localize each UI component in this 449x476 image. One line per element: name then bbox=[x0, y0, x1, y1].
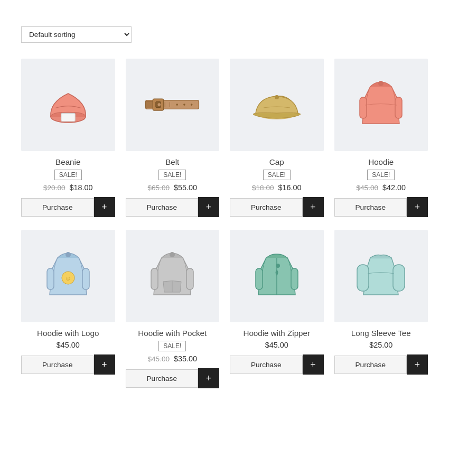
svg-rect-23 bbox=[151, 268, 158, 290]
sale-badge: SALE! bbox=[367, 170, 395, 180]
product-name: Belt bbox=[165, 157, 179, 166]
price-single: $25.00 bbox=[369, 341, 392, 349]
svg-point-29 bbox=[276, 264, 280, 268]
product-image: ☺ bbox=[21, 230, 115, 322]
add-to-cart-button[interactable]: + bbox=[407, 354, 428, 375]
price-current: $16.00 bbox=[278, 183, 302, 192]
toolbar: Default sorting Sort by popularity Sort … bbox=[21, 26, 428, 43]
purchase-button[interactable]: Purchase bbox=[334, 198, 407, 217]
product-image bbox=[334, 59, 428, 151]
product-name: Hoodie bbox=[368, 157, 394, 166]
svg-point-14 bbox=[378, 81, 383, 86]
price-current: $35.00 bbox=[174, 354, 197, 363]
product-card-hoodie: Hoodie SALE! $45.00 $42.00 Purchase + bbox=[334, 59, 428, 217]
product-actions: Purchase + bbox=[230, 197, 324, 217]
svg-rect-30 bbox=[357, 265, 369, 291]
product-card-long-sleeve: Long Sleeve Tee $25.00 Purchase + bbox=[334, 230, 428, 388]
sale-badge: SALE! bbox=[54, 170, 82, 180]
product-actions: Purchase + bbox=[126, 368, 220, 388]
svg-point-22 bbox=[170, 252, 175, 257]
product-name: Hoodie with Zipper bbox=[243, 329, 310, 338]
price-row: $20.00 $18.00 bbox=[43, 183, 93, 192]
product-image bbox=[230, 230, 324, 322]
svg-rect-15 bbox=[360, 97, 367, 118]
svg-point-11 bbox=[191, 104, 193, 106]
price-current: $55.00 bbox=[174, 183, 197, 192]
product-actions: Purchase + bbox=[126, 197, 220, 217]
purchase-button[interactable]: Purchase bbox=[126, 198, 199, 217]
add-to-cart-button[interactable]: + bbox=[94, 354, 115, 375]
product-actions: Purchase + bbox=[334, 197, 428, 217]
product-image bbox=[334, 230, 428, 322]
price-original: $20.00 bbox=[43, 184, 66, 192]
svg-point-10 bbox=[183, 104, 185, 106]
price-original: $18.00 bbox=[252, 184, 274, 192]
product-name: Long Sleeve Tee bbox=[351, 329, 411, 338]
add-to-cart-button[interactable]: + bbox=[303, 354, 324, 375]
purchase-button[interactable]: Purchase bbox=[21, 198, 94, 217]
product-name: Hoodie with Pocket bbox=[138, 329, 207, 338]
product-image bbox=[126, 230, 220, 322]
purchase-button[interactable]: Purchase bbox=[126, 369, 199, 388]
product-card-beanie: Beanie SALE! $20.00 $18.00 Purchase + bbox=[21, 59, 115, 217]
product-name: Beanie bbox=[55, 157, 80, 166]
product-actions: Purchase + bbox=[230, 354, 324, 375]
price-row: $45.00 $35.00 bbox=[147, 354, 197, 363]
price-original: $65.00 bbox=[147, 184, 170, 192]
price-current: $42.00 bbox=[382, 183, 406, 192]
product-actions: Purchase + bbox=[334, 354, 428, 375]
price-row: $45.00 $42.00 bbox=[356, 183, 406, 192]
product-card-hoodie-pocket: Hoodie with Pocket SALE! $45.00 $35.00 P… bbox=[126, 230, 220, 388]
price-row: $65.00 $55.00 bbox=[147, 183, 197, 192]
product-card-hoodie-zipper: Hoodie with Zipper $45.00 Purchase + bbox=[230, 230, 324, 388]
price-original: $45.00 bbox=[147, 355, 170, 363]
purchase-button[interactable]: Purchase bbox=[334, 356, 407, 374]
add-to-cart-button[interactable]: + bbox=[198, 368, 219, 388]
product-card-cap: Cap SALE! $18.00 $16.00 Purchase + bbox=[230, 59, 324, 217]
add-to-cart-button[interactable]: + bbox=[303, 197, 324, 217]
sale-badge: SALE! bbox=[158, 341, 186, 351]
purchase-button[interactable]: Purchase bbox=[230, 198, 303, 217]
price-original: $45.00 bbox=[356, 184, 378, 192]
svg-point-9 bbox=[176, 104, 179, 106]
products-grid: Beanie SALE! $20.00 $18.00 Purchase + Be… bbox=[21, 59, 428, 388]
svg-point-13 bbox=[275, 95, 279, 99]
product-name: Hoodie with Logo bbox=[37, 329, 99, 338]
svg-point-6 bbox=[158, 103, 161, 106]
svg-rect-24 bbox=[186, 268, 193, 290]
add-to-cart-button[interactable]: + bbox=[407, 197, 428, 217]
svg-rect-1 bbox=[61, 113, 75, 121]
product-image bbox=[230, 59, 324, 151]
add-to-cart-button[interactable]: + bbox=[94, 197, 115, 217]
svg-point-17 bbox=[66, 252, 71, 257]
sort-select[interactable]: Default sorting Sort by popularity Sort … bbox=[21, 26, 132, 43]
svg-rect-27 bbox=[291, 268, 298, 290]
svg-rect-18 bbox=[47, 268, 54, 290]
add-to-cart-button[interactable]: + bbox=[198, 197, 219, 217]
product-actions: Purchase + bbox=[21, 197, 115, 217]
sale-badge: SALE! bbox=[158, 170, 186, 180]
sale-badge: SALE! bbox=[263, 170, 291, 180]
svg-rect-26 bbox=[256, 268, 263, 290]
product-image bbox=[21, 59, 115, 151]
purchase-button[interactable]: Purchase bbox=[230, 356, 303, 374]
product-name: Cap bbox=[269, 157, 284, 166]
product-image bbox=[126, 59, 220, 151]
svg-rect-16 bbox=[395, 97, 402, 118]
product-card-belt: Belt SALE! $65.00 $55.00 Purchase + bbox=[126, 59, 220, 217]
product-actions: Purchase + bbox=[21, 354, 115, 375]
svg-rect-31 bbox=[393, 265, 405, 291]
product-card-hoodie-logo: ☺ Hoodie with Logo $45.00 Purchase + bbox=[21, 230, 115, 388]
purchase-button[interactable]: Purchase bbox=[21, 356, 94, 374]
svg-rect-19 bbox=[82, 268, 89, 290]
price-current: $18.00 bbox=[70, 183, 93, 192]
price-row: $18.00 $16.00 bbox=[252, 183, 302, 192]
price-single: $45.00 bbox=[265, 341, 288, 349]
svg-text:☺: ☺ bbox=[65, 275, 71, 282]
price-single: $45.00 bbox=[57, 341, 80, 349]
